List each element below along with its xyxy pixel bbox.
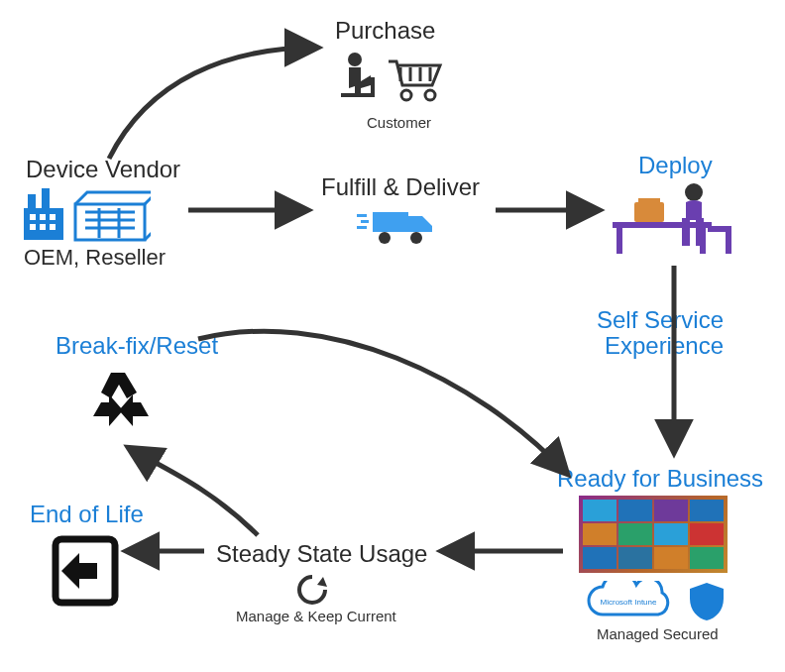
svg-point-3 — [401, 90, 411, 100]
svg-text:Microsoft Intune: Microsoft Intune — [601, 598, 657, 607]
shield-icon — [686, 581, 728, 626]
customer-cart-icon — [339, 50, 448, 113]
selfservice-l2: Experience — [605, 332, 724, 359]
ready-title: Ready for Business — [557, 466, 763, 492]
svg-rect-27 — [682, 218, 690, 246]
svg-point-17 — [410, 232, 422, 244]
svg-rect-13 — [50, 224, 56, 230]
person-desk-icon — [605, 182, 743, 260]
start-menu-icon — [579, 496, 728, 573]
svg-rect-7 — [42, 188, 50, 210]
svg-rect-8 — [30, 214, 36, 220]
purchase-title: Purchase — [335, 18, 435, 44]
svg-point-4 — [425, 90, 435, 100]
svg-rect-18 — [357, 214, 367, 217]
svg-rect-28 — [696, 218, 704, 246]
deploy-title: Deploy — [638, 153, 713, 178]
svg-point-0 — [348, 53, 362, 66]
delivery-truck-icon — [357, 206, 436, 254]
svg-rect-14 — [75, 204, 145, 240]
selfservice-l1: Self Service — [597, 306, 724, 333]
svg-rect-22 — [617, 228, 622, 254]
svg-rect-24 — [634, 202, 664, 222]
intune-cloud-icon: Microsoft Intune — [579, 581, 678, 626]
svg-rect-15 — [373, 212, 408, 232]
breakfix-title: Break-fix/Reset — [56, 333, 218, 359]
recycle-icon — [81, 365, 161, 442]
vendor-title: Device Vendor — [26, 157, 180, 182]
svg-rect-25 — [638, 198, 660, 202]
return-box-icon — [50, 533, 121, 613]
ready-sub: Managed Secured — [597, 626, 719, 643]
svg-rect-19 — [361, 220, 369, 223]
svg-rect-1 — [341, 93, 375, 97]
vendor-sub: OEM, Reseller — [24, 246, 166, 270]
svg-rect-20 — [357, 226, 367, 229]
svg-rect-10 — [50, 214, 56, 220]
svg-rect-29 — [708, 226, 731, 232]
steady-sub: Manage & Keep Current — [236, 609, 396, 625]
selfservice-label: Self Service Experience — [595, 307, 724, 360]
factory-icon — [22, 188, 151, 246]
svg-rect-9 — [40, 214, 46, 220]
steady-title: Steady State Usage — [216, 541, 427, 567]
refresh-icon — [295, 573, 329, 611]
eol-title: End of Life — [30, 502, 144, 527]
svg-rect-11 — [30, 224, 36, 230]
svg-point-26 — [685, 183, 703, 201]
svg-rect-6 — [28, 194, 36, 210]
svg-rect-12 — [40, 224, 46, 230]
svg-point-16 — [379, 232, 391, 244]
fulfill-title: Fulfill & Deliver — [321, 174, 480, 200]
purchase-sub: Customer — [367, 115, 431, 132]
svg-rect-30 — [726, 232, 731, 254]
svg-rect-2 — [371, 77, 375, 97]
